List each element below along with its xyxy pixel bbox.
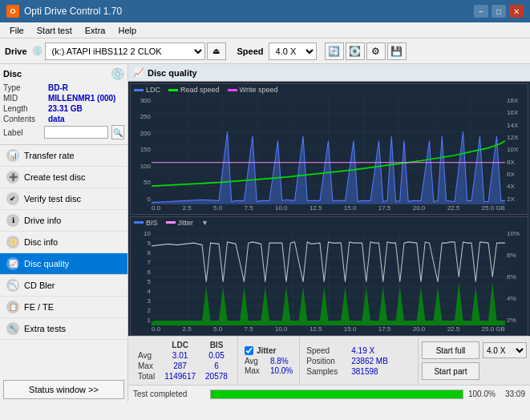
progress-bar-container: Test completed 100.0% 33:09 (128, 385, 530, 402)
speed-label: Speed (237, 46, 264, 56)
position-value: 23862 MB (351, 357, 388, 365)
position-row: Position 23862 MB (306, 357, 388, 365)
start-full-button[interactable]: Start full (422, 341, 479, 359)
speed-section: Speed 4.19 X Position 23862 MB Samples 3… (299, 337, 394, 385)
samples-label: Samples (306, 367, 348, 376)
ldc-chart: LDC Read speed Write speed 300 (130, 83, 528, 215)
progress-track (210, 390, 463, 399)
ldc-legend-read: Read speed (180, 86, 220, 94)
disc-type-row: Type BD-R (3, 83, 124, 92)
bis-chart-inner: 10 9 8 7 6 5 4 3 2 1 (131, 228, 528, 335)
stats-bis-header: BIS (200, 340, 233, 350)
jitter-header-row: Jitter (245, 346, 293, 355)
disc-contents-value: data (48, 115, 65, 123)
nav-item-fe-te[interactable]: 📋 FE / TE (0, 297, 127, 318)
ldc-legend-write: Write speed (240, 86, 278, 94)
speed-stat-value: 4.19 X (351, 346, 374, 355)
disc-header: Disc 💿 (3, 67, 124, 80)
sidebar: Disc 💿 Type BD-R MID MILLENMR1 (000) Len… (0, 64, 128, 402)
drive-info-icon: ℹ (6, 214, 19, 227)
ldc-chart-inner: 300 250 200 150 100 50 0 (131, 95, 528, 214)
main-content: Disc 💿 Type BD-R MID MILLENMR1 (000) Len… (0, 64, 530, 402)
nav-item-transfer-rate[interactable]: 📊 Transfer rate (0, 145, 127, 167)
nav-item-disc-info[interactable]: 📀 Disc info (0, 232, 127, 253)
stats-total-ldc: 1149617 (160, 371, 200, 382)
nav-item-verify-test-disc[interactable]: ✔ Verify test disc (0, 188, 127, 210)
app-icon: O (6, 5, 19, 18)
transfer-rate-icon: 📊 (6, 149, 19, 162)
jitter-max-value: 10.0% (270, 366, 293, 375)
nav-item-cd-bler[interactable]: 📉 CD Bler (0, 275, 127, 297)
jitter-checkbox[interactable] (245, 346, 253, 355)
jitter-max-label: Max (245, 366, 267, 375)
title-bar: O Opti Drive Control 1.70 − □ ✕ (0, 0, 530, 22)
bis-y-axis-left: 10 9 8 7 6 5 4 3 2 1 (131, 228, 152, 335)
speed-select-stats[interactable]: 4.0 X (483, 342, 527, 358)
nav-item-disc-quality[interactable]: 📈 Disc quality (0, 253, 127, 275)
jitter-avg-row: Avg 8.8% (245, 357, 293, 365)
time-label: 33:09 (505, 390, 525, 398)
drive-select[interactable]: (k:) ATAPI iHBS112 2 CLOK (45, 42, 205, 60)
disc-info-icon: 📀 (6, 236, 19, 248)
disc-icon: 💿 (111, 67, 124, 80)
stats-avg-bis: 0.05 (200, 350, 233, 361)
nav-item-create-test-disc-label: Create test disc (24, 172, 85, 182)
ldc-x-axis: 0.0 2.5 5.0 7.5 10.0 12.5 15.0 17.5 20.0… (152, 204, 505, 214)
disc-label-button[interactable]: 🔍 (111, 125, 124, 139)
drive-toolbar: Drive 💿 (k:) ATAPI iHBS112 2 CLOK ⏏ Spee… (0, 38, 530, 64)
jitter-section: Jitter Avg 8.8% Max 10.0% (237, 337, 299, 385)
jitter-avg-label: Avg (245, 357, 267, 365)
position-label: Position (306, 357, 348, 365)
disc-mid-value: MILLENMR1 (000) (48, 94, 115, 103)
bis-legend: BIS Jitter ▼ (131, 217, 528, 228)
nav-item-disc-info-label: Disc info (24, 237, 58, 247)
disc-button[interactable]: 💽 (346, 42, 365, 60)
ldc-legend: LDC Read speed Write speed (131, 84, 528, 95)
disc-mid-label: MID (3, 94, 45, 103)
save-button[interactable]: 💾 (387, 42, 407, 60)
disc-length-row: Length 23.31 GB (3, 104, 124, 113)
stats-avg-ldc: 3.01 (160, 350, 200, 361)
menu-help[interactable]: Help (111, 24, 143, 37)
disc-contents-label: Contents (3, 115, 45, 123)
speed-select[interactable]: 4.0 X (269, 42, 317, 60)
stats-max-label: Max (133, 361, 160, 371)
speed-row: Speed 4.19 X (306, 346, 388, 355)
disc-type-value: BD-R (48, 83, 68, 92)
disc-label-input[interactable] (44, 126, 108, 139)
status-text: Test completed (133, 388, 205, 401)
minimize-button[interactable]: − (474, 5, 488, 18)
status-window-button[interactable]: Status window >> (3, 380, 124, 399)
refresh-button[interactable]: 🔄 (325, 42, 344, 60)
content-area: 📈 Disc quality LDC Read speed (128, 64, 530, 402)
bis-svg (152, 228, 505, 325)
ldc-y-axis-left: 300 250 200 150 100 50 0 (131, 95, 152, 214)
menu-extra[interactable]: Extra (79, 24, 112, 37)
stats-table: LDC BIS Avg 3.01 0.05 Max 287 6 Total (133, 340, 233, 382)
close-button[interactable]: ✕ (509, 5, 524, 18)
nav-item-drive-info-label: Drive info (24, 216, 61, 225)
speed-stat-label: Speed (306, 346, 348, 355)
start-full-row: Start full 4.0 X (422, 341, 527, 359)
stats-bar: LDC BIS Avg 3.01 0.05 Max 287 6 Total (128, 336, 530, 385)
eject-button[interactable]: ⏏ (207, 42, 226, 60)
fe-te-icon: 📋 (6, 301, 19, 313)
start-part-button[interactable]: Start part (422, 362, 479, 380)
stats-max-bis: 6 (200, 361, 233, 371)
nav-item-extra-tests[interactable]: 🔧 Extra tests (0, 318, 127, 340)
nav-item-drive-info[interactable]: ℹ Drive info (0, 210, 127, 232)
menu-start-test[interactable]: Start test (30, 24, 79, 37)
nav-item-extra-tests-label: Extra tests (24, 324, 66, 333)
stats-max-ldc: 287 (160, 361, 200, 371)
stats-total-label: Total (133, 371, 160, 382)
samples-value: 381598 (351, 367, 378, 376)
bis-y-axis-right: 10% 8% 6% 4% 2% (505, 228, 528, 335)
maximize-button[interactable]: □ (492, 5, 506, 18)
settings-button[interactable]: ⚙ (366, 42, 386, 60)
samples-row: Samples 381598 (306, 367, 388, 376)
quality-header: 📈 Disc quality (128, 64, 530, 82)
menu-file[interactable]: File (3, 24, 30, 37)
disc-mid-row: MID MILLENMR1 (000) (3, 94, 124, 103)
nav-item-create-test-disc[interactable]: ➕ Create test disc (0, 167, 127, 188)
verify-test-disc-icon: ✔ (6, 192, 19, 205)
